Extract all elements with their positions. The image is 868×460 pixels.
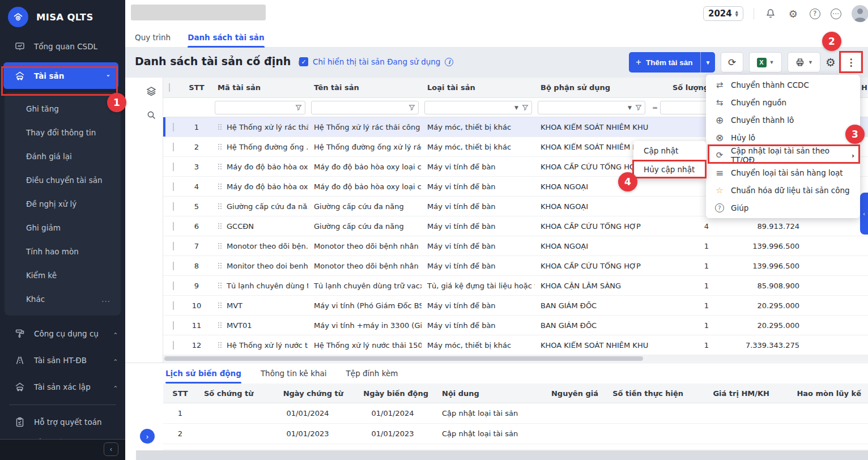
history-row[interactable]: 1 01/01/2024 01/01/2024 Cập nhật loại tà…: [163, 403, 868, 424]
tab-history[interactable]: Lịch sử biến động: [165, 363, 241, 384]
col-code[interactable]: Mã tài sản: [212, 83, 308, 92]
help-icon[interactable]: ?: [810, 8, 820, 19]
sidebar-subitem[interactable]: Tính hao mòn: [5, 240, 121, 263]
sidebar-subitem[interactable]: Điều chuyển tài sản: [5, 168, 121, 192]
context-menu-item[interactable]: Chuẩn hóa dữ liệu tài sản công ›: [706, 182, 860, 199]
sidebar-item-infrastructure[interactable]: Tài sản HT-ĐB ›: [0, 347, 125, 373]
context-menu-item[interactable]: Cập nhật loại tài sản theo TT/QĐ ›: [706, 147, 860, 164]
horizontal-scrollbar[interactable]: [163, 355, 868, 362]
sidebar-item-tools[interactable]: Công cụ dụng cụ ›: [0, 320, 125, 347]
table-row[interactable]: 8 Monitor theo doi benh ... Monotor theo…: [163, 256, 868, 276]
filter-name-input[interactable]: [311, 101, 419, 114]
grid-settings-gear-icon[interactable]: ⚙: [823, 52, 839, 73]
sidebar-subitem[interactable]: Đánh giá lại: [5, 144, 121, 168]
bcol-cost[interactable]: Nguyên giá: [520, 389, 605, 398]
bcol-doc-no[interactable]: Số chứng từ: [197, 389, 265, 398]
refresh-button[interactable]: ⟳: [721, 52, 743, 73]
right-panel-toggle[interactable]: ‹: [860, 193, 868, 235]
export-excel-button[interactable]: X ▼: [749, 52, 782, 73]
sidebar-subitem[interactable]: Thay đổi thông tin: [5, 121, 121, 144]
sidebar-item-overview[interactable]: Tổng quan CSDL: [0, 34, 125, 59]
tab-quy-trinh[interactable]: Quy trình: [135, 27, 171, 48]
table-row[interactable]: 9 Tủ lạnh chuyên dùng t... Tủ lạnh chuyê…: [163, 276, 868, 296]
more-options-icon[interactable]: ⋯: [831, 8, 841, 19]
bcol-hmkh[interactable]: Giá trị HM/KH: [690, 389, 776, 398]
year-selector[interactable]: 2024 ▲▼: [703, 6, 743, 21]
table-row[interactable]: 11 MVT01 Máy vi tính +máy in 3300 (Giá..…: [163, 316, 868, 335]
sidebar-subitem[interactable]: Ghi giảm: [5, 216, 121, 240]
funnel-icon[interactable]: [635, 104, 642, 111]
row-checkbox[interactable]: [173, 242, 174, 250]
col-clipped[interactable]: H: [860, 83, 868, 92]
sidebar-subitem[interactable]: Kiểm kê: [5, 263, 121, 287]
context-menu-item[interactable]: Hủy lô ›: [706, 129, 860, 146]
layers-icon[interactable]: [146, 86, 157, 97]
excel-dropdown-caret[interactable]: ▼: [769, 59, 775, 65]
context-menu-item[interactable]: Chuyển thành lô ›: [706, 112, 860, 129]
search-icon[interactable]: [146, 109, 157, 121]
sidebar-subitem[interactable]: Ghi tăng: [5, 97, 121, 121]
add-asset-dropdown-caret[interactable]: ▼: [700, 52, 715, 73]
bcol-doc-date[interactable]: Ngày chứng từ: [265, 389, 350, 398]
bell-icon[interactable]: [764, 7, 777, 20]
row-checkbox[interactable]: [173, 321, 174, 330]
expand-detail-button[interactable]: ›: [140, 429, 155, 444]
submenu-item-cancel-update[interactable]: Hủy cập nhật: [633, 160, 706, 178]
context-menu-item[interactable]: Chuyển loại tài sản hàng loạt ›: [706, 164, 860, 181]
filter-qty-input[interactable]: [660, 101, 712, 114]
more-dots[interactable]: ...: [101, 295, 110, 304]
print-dropdown-caret[interactable]: ▼: [808, 59, 813, 65]
row-checkbox[interactable]: [173, 163, 174, 171]
funnel-icon[interactable]: [522, 104, 529, 111]
row-checkbox[interactable]: [173, 341, 174, 350]
funnel-icon[interactable]: [409, 104, 415, 111]
bcol-accum[interactable]: Hao mòn lũy kế: [776, 389, 868, 398]
add-asset-button[interactable]: + Thêm tài sản ▼: [629, 52, 715, 73]
tab-attachments[interactable]: Tệp đính kèm: [346, 363, 398, 384]
col-type[interactable]: Loại tài sản: [422, 83, 535, 92]
tab-declaration[interactable]: Thông tin kê khai: [261, 363, 327, 384]
history-row[interactable]: 2 01/01/2023 01/01/2023 Cập nhật loại tà…: [163, 424, 868, 444]
sidebar-item-assets[interactable]: Tài sản ›: [3, 62, 118, 89]
row-checkbox[interactable]: [173, 202, 174, 211]
row-checkbox[interactable]: [173, 182, 174, 191]
row-checkbox[interactable]: [173, 222, 174, 231]
year-spinner-icon[interactable]: ▲▼: [735, 10, 738, 17]
row-checkbox[interactable]: [173, 282, 174, 290]
funnel-icon[interactable]: [295, 104, 302, 111]
context-menu-item[interactable]: Chuyển nguồn ›: [706, 94, 860, 111]
context-menu-item[interactable]: Chuyển thành CCDC ›: [706, 76, 860, 93]
bcol-amount[interactable]: Số tiền thực hiện: [605, 389, 690, 398]
row-checkbox[interactable]: [173, 123, 174, 131]
print-button[interactable]: ▼: [788, 52, 820, 73]
row-checkbox[interactable]: [173, 301, 174, 310]
more-actions-kebab-button[interactable]: ⋮: [841, 52, 861, 73]
col-name[interactable]: Tên tài sản: [308, 83, 422, 92]
tab-danh-sach-tai-san[interactable]: Danh sách tài sản: [188, 27, 264, 48]
table-row[interactable]: 10 MVT Máy vi tính (Phó Giám Đốc BS ... …: [163, 296, 868, 316]
table-row[interactable]: 12 Hệ Thống xử lý nước t... Hệ Thống xử …: [163, 335, 868, 355]
filter-code-input[interactable]: [215, 101, 305, 114]
table-row[interactable]: 6 GCCĐN Giường cấp cứu đa năng Máy vi tí…: [163, 216, 868, 236]
col-dept[interactable]: Bộ phận sử dụng: [535, 83, 648, 92]
info-icon[interactable]: i: [445, 58, 453, 66]
dropdown-caret-icon[interactable]: ▼: [628, 105, 632, 110]
row-checkbox[interactable]: [173, 262, 174, 270]
row-checkbox[interactable]: [173, 143, 174, 151]
sidebar-collapse-button[interactable]: ‹: [104, 442, 118, 456]
sidebar-item-established[interactable]: Tài sản xác lập ›: [0, 373, 125, 400]
context-menu-item[interactable]: Giúp ›: [706, 199, 860, 216]
select-all-checkbox[interactable]: [169, 83, 170, 92]
sidebar-item-settlement[interactable]: Hỗ trợ quyết toán: [0, 410, 125, 435]
scrollbar-thumb[interactable]: [164, 356, 643, 361]
table-row[interactable]: 7 Monotor theo dõi bện... Monotor theo d…: [163, 236, 868, 256]
sidebar-subitem[interactable]: Khác ...: [5, 287, 121, 311]
settings-gear-icon[interactable]: ⚙: [787, 7, 799, 20]
bcol-change-date[interactable]: Ngày biến động: [350, 389, 435, 398]
avatar[interactable]: [852, 5, 868, 22]
bottom-scroll-strip[interactable]: [136, 450, 868, 460]
col-qty[interactable]: Số lượng: [648, 83, 714, 92]
equals-operator[interactable]: =: [651, 104, 658, 112]
sidebar-subitem[interactable]: Đề nghị xử lý: [5, 192, 121, 216]
col-stt[interactable]: STT: [181, 83, 212, 92]
